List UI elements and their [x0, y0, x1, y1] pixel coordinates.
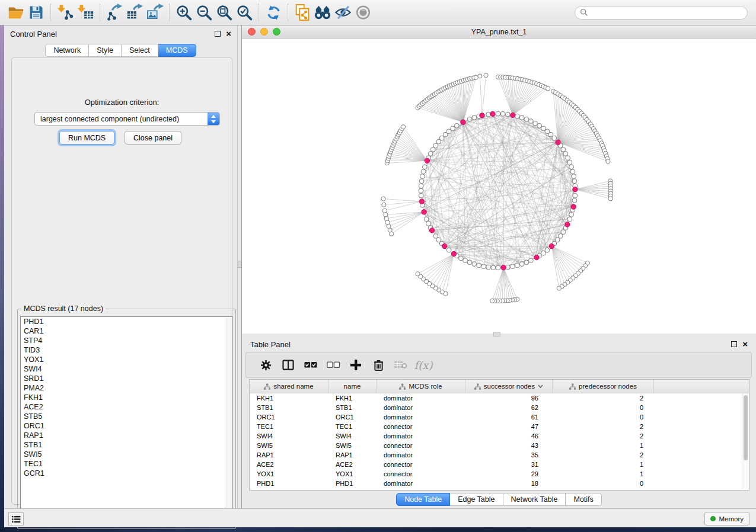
network-node[interactable]	[458, 256, 463, 261]
network-hub-node[interactable]	[571, 204, 576, 209]
refresh-icon[interactable]	[263, 2, 283, 23]
network-node[interactable]	[567, 160, 572, 165]
mcds-result-item[interactable]: ORC1	[21, 421, 232, 431]
network-leaf-node[interactable]	[557, 286, 561, 290]
network-node[interactable]	[491, 265, 496, 270]
mcds-result-item[interactable]: ACE2	[21, 402, 232, 412]
float-panel-icon[interactable]	[215, 31, 221, 37]
network-node[interactable]	[486, 265, 491, 270]
network-node[interactable]	[419, 184, 423, 188]
memory-button[interactable]: Memory	[704, 512, 749, 525]
network-node[interactable]	[510, 264, 515, 269]
column-header-name[interactable]: name	[328, 380, 377, 393]
network-leaf-node[interactable]	[546, 86, 550, 91]
network-node[interactable]	[419, 188, 423, 193]
import-network-icon[interactable]	[55, 2, 75, 23]
network-hub-node[interactable]	[490, 111, 495, 116]
zoom-out-icon[interactable]	[194, 2, 214, 23]
table-tab-node-table[interactable]: Node Table	[396, 493, 450, 506]
control-tab-network[interactable]: Network	[45, 44, 89, 57]
mcds-list-scrollbar[interactable]	[225, 318, 232, 525]
network-leaf-node[interactable]	[478, 74, 482, 78]
table-row[interactable]: PHD1PHD1dominator180	[250, 479, 749, 488]
network-node[interactable]	[570, 169, 575, 174]
table-row[interactable]: STB1STB1dominator620	[250, 403, 749, 412]
network-hub-node[interactable]	[573, 187, 578, 192]
network-hub-node[interactable]	[534, 255, 539, 259]
network-node[interactable]	[561, 230, 566, 235]
network-hub-node[interactable]	[442, 243, 446, 248]
network-node[interactable]	[463, 258, 468, 263]
open-file-icon[interactable]	[6, 2, 26, 23]
function-builder-icon[interactable]: f(x)	[412, 359, 435, 371]
network-node[interactable]	[567, 217, 572, 222]
network-node[interactable]	[472, 262, 477, 267]
network-leaf-node[interactable]	[382, 203, 386, 207]
network-node[interactable]	[421, 169, 426, 174]
float-panel-icon[interactable]	[731, 341, 737, 347]
table-row[interactable]: ORC1ORC1dominator610	[250, 412, 749, 422]
network-graph[interactable]	[242, 39, 756, 334]
network-node[interactable]	[424, 217, 429, 222]
network-node[interactable]	[496, 111, 500, 116]
mcds-result-item[interactable]: SWI5	[21, 450, 232, 459]
network-node[interactable]	[467, 117, 472, 121]
table-row[interactable]: SWI5SWI5connector431	[250, 441, 749, 450]
close-panel-button[interactable]: Close panel	[125, 131, 181, 145]
table-scrollbar[interactable]	[742, 394, 748, 489]
mcds-result-item[interactable]: FKH1	[21, 393, 232, 402]
hide-selected-eye-slash-icon[interactable]	[333, 2, 353, 23]
network-node[interactable]	[500, 111, 505, 116]
select-all-icon[interactable]	[299, 361, 322, 368]
network-node[interactable]	[569, 212, 574, 217]
network-hub-node[interactable]	[461, 120, 465, 124]
export-table-icon[interactable]	[125, 2, 145, 23]
delete-table-icon[interactable]	[390, 361, 412, 369]
column-header-successor-nodes[interactable]: successor nodes	[465, 380, 553, 393]
network-node[interactable]	[528, 258, 533, 263]
table-tab-motifs[interactable]: Motifs	[566, 493, 601, 506]
task-history-button[interactable]	[8, 512, 24, 525]
network-hub-node[interactable]	[419, 199, 424, 204]
zoom-selected-icon[interactable]	[234, 2, 254, 23]
mcds-result-item[interactable]: SWI4	[21, 364, 232, 374]
network-leaf-node[interactable]	[416, 272, 420, 276]
table-row[interactable]: RAP1RAP1dominator352	[250, 450, 749, 460]
table-row[interactable]: SWI4SWI4dominator462	[250, 431, 749, 441]
network-hub-node[interactable]	[501, 265, 506, 270]
import-table-icon[interactable]	[75, 2, 95, 23]
network-node[interactable]	[541, 251, 546, 255]
network-window-titlebar[interactable]: YPA_prune.txt_1	[242, 25, 756, 39]
mcds-result-list[interactable]: PHD1CAR1STP4TID3YOX1SWI4SRD1PMA2FKH1ACE2…	[20, 316, 233, 526]
network-leaf-node[interactable]	[490, 299, 495, 303]
mcds-result-item[interactable]: STP4	[21, 336, 232, 345]
network-node[interactable]	[515, 114, 519, 118]
mcds-result-item[interactable]: RAP1	[21, 431, 232, 440]
mcds-result-item[interactable]: TEC1	[21, 459, 232, 469]
network-node[interactable]	[552, 136, 557, 140]
settings-gear-icon[interactable]	[254, 360, 277, 371]
table-tab-network-table[interactable]: Network Table	[503, 493, 566, 506]
network-node[interactable]	[566, 156, 570, 161]
network-leaf-node[interactable]	[384, 216, 388, 220]
network-node[interactable]	[430, 147, 435, 152]
network-node[interactable]	[537, 123, 542, 128]
column-header-shared-name[interactable]: shared name	[250, 380, 328, 393]
network-node[interactable]	[533, 121, 538, 126]
export-image-icon[interactable]	[145, 2, 165, 23]
network-view-canvas[interactable]	[242, 39, 756, 334]
deselect-all-icon[interactable]	[322, 361, 344, 368]
zoom-fit-icon[interactable]	[214, 2, 234, 23]
new-network-from-selection-icon[interactable]	[292, 2, 312, 23]
column-header-MCDS-role[interactable]: MCDS role	[377, 380, 465, 393]
column-header-predecessor-nodes[interactable]: predecessor nodes	[553, 380, 654, 393]
show-column-panel-icon[interactable]	[277, 360, 299, 370]
network-node[interactable]	[524, 117, 529, 121]
control-tab-style[interactable]: Style	[89, 44, 122, 57]
first-neighbors-icon[interactable]	[312, 2, 333, 23]
network-node[interactable]	[426, 221, 430, 226]
network-node[interactable]	[419, 193, 423, 198]
network-node[interactable]	[477, 263, 481, 268]
network-node[interactable]	[419, 179, 424, 184]
mcds-result-item[interactable]: PHD1	[21, 317, 232, 326]
